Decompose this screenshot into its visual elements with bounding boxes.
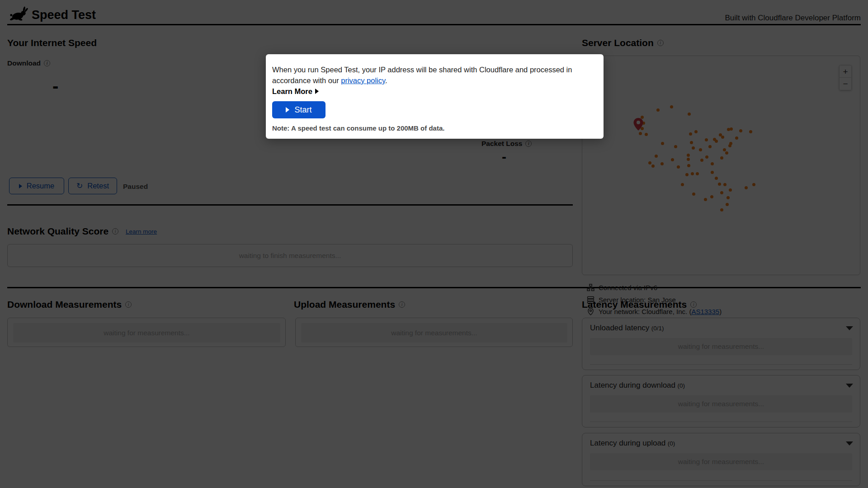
speed-test-app: Speed Test Built with Cloudflare Develop… — [0, 0, 868, 488]
data-usage-note: Note: A speed test can consume up to 200… — [272, 124, 596, 132]
consent-modal: When you run Speed Test, your IP address… — [266, 54, 604, 139]
start-button[interactable]: Start — [272, 101, 326, 118]
learn-more-link[interactable]: Learn More — [272, 86, 596, 97]
privacy-policy-link[interactable]: privacy policy — [341, 76, 385, 84]
play-icon — [286, 107, 289, 113]
triangle-right-icon — [315, 89, 319, 94]
consent-text: When you run Speed Test, your IP address… — [272, 64, 596, 86]
